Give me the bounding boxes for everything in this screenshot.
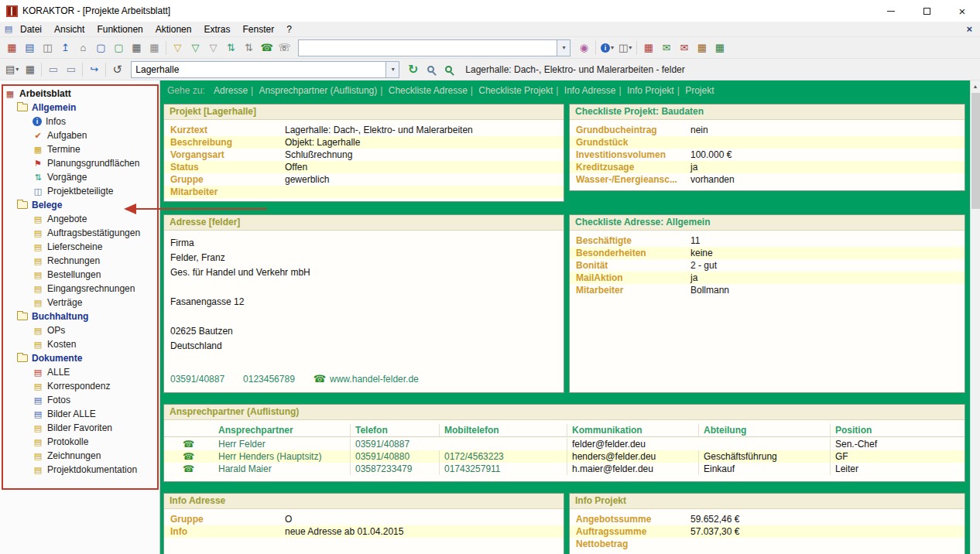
menu-aktionen[interactable]: Aktionen	[149, 22, 198, 37]
search-clear-icon[interactable]	[422, 60, 440, 79]
phone-icon[interactable]: ☎	[258, 39, 276, 57]
search-icon[interactable]	[440, 60, 457, 79]
monitor-alt-icon[interactable]: ▢	[110, 39, 128, 57]
mail-export-icon[interactable]: ✉	[657, 39, 675, 57]
comment-add-icon[interactable]: ▭	[62, 60, 80, 79]
history-icon[interactable]: ↺	[108, 60, 126, 79]
monitor-icon[interactable]: ▢	[92, 39, 110, 57]
sidebar-item-eingangsrechnungen[interactable]: ▤Eingangsrechnungen	[0, 282, 159, 296]
refresh-icon[interactable]: ↻	[404, 60, 422, 79]
goto-link-checkliste-projekt[interactable]: Checkliste Projekt	[478, 85, 553, 96]
contact-name[interactable]: Herr Henders (Hauptsitz)	[218, 450, 350, 463]
navigate-up-icon[interactable]: ↥	[57, 39, 74, 57]
menu-datei[interactable]: Datei	[14, 22, 48, 37]
menu-hilfe[interactable]: ?	[280, 22, 298, 37]
sidebar-item-kosten[interactable]: ▤Kosten	[0, 337, 159, 351]
sidebar-item-protokolle[interactable]: ▤Protokolle	[0, 435, 159, 449]
contact-mobiltelefon[interactable]: 0172/4563223	[439, 450, 567, 463]
contact-name[interactable]: Harald Maier	[218, 463, 350, 475]
dropdown-button[interactable]: ▾	[386, 61, 399, 78]
sidebar-item-bilder-favoriten[interactable]: ▤Bilder Favoriten	[0, 421, 159, 435]
contact-telefon[interactable]: 03587233479	[350, 463, 439, 475]
phone-number[interactable]: 0123456789	[243, 374, 295, 385]
goto-link-ansprechpartner[interactable]: Ansprechpartner (Auflistung)	[259, 85, 378, 96]
filter-ok-icon[interactable]: ▽	[187, 39, 204, 57]
mdi-close-button[interactable]: ×	[958, 23, 980, 35]
sidebar-item-planungsgrundflaechen[interactable]: ⚑Planungsgrundflächen	[0, 156, 159, 170]
sidebar-item-lieferscheine[interactable]: ▤Lieferscheine	[0, 240, 159, 254]
goto-link-adresse[interactable]: Adresse	[214, 85, 248, 96]
dropdown-button[interactable]: ▾	[557, 39, 571, 56]
quick-search-input[interactable]	[298, 39, 557, 56]
views-menu-button[interactable]: ◫ ▾	[616, 42, 634, 53]
sidebar-root-arbeitsblatt[interactable]: ▦Arbeitsblatt	[0, 87, 159, 101]
sidebar-section-dokumente[interactable]: Dokumente	[0, 351, 159, 365]
menu-extras[interactable]: Extras	[197, 22, 236, 37]
contact-telefon[interactable]: 03591/40887	[350, 438, 439, 450]
contact-mobiltelefon[interactable]: 01743257911	[439, 463, 567, 475]
sidebar-item-fotos[interactable]: ▤Fotos	[0, 393, 159, 407]
sidebar-section-buchhaltung[interactable]: Buchhaltung	[0, 309, 159, 323]
sidebar-item-ops[interactable]: ▤OPs	[0, 323, 159, 337]
sidebar-item-termine[interactable]: ▦Termine	[0, 142, 159, 156]
worksheet-icon[interactable]: ▦	[3, 39, 21, 57]
comment-icon[interactable]: ▭	[44, 60, 62, 79]
bookmark-icon[interactable]: ◉	[575, 39, 593, 57]
table-row[interactable]: ☎ Harald Maier 03587233479 01743257911 h…	[164, 463, 965, 475]
website-link[interactable]: www.handel-felder.de	[330, 374, 419, 385]
sidebar-section-allgemein[interactable]: Allgemein	[0, 101, 159, 115]
home-icon[interactable]: ⌂	[74, 39, 92, 57]
goto-link-projekt[interactable]: Projekt	[685, 85, 714, 96]
table-remove-icon[interactable]: ▦	[693, 39, 711, 57]
print-settings-icon[interactable]: ▦	[146, 39, 163, 57]
view-select-button[interactable]: ▤ ▾	[3, 63, 21, 75]
sidebar-item-vertraege[interactable]: ▤Verträge	[0, 296, 159, 309]
minimize-button[interactable]	[873, 0, 909, 22]
sidebar-section-belege[interactable]: Belege	[0, 198, 159, 212]
phone-number[interactable]: 03591/40887	[170, 374, 224, 385]
sidebar-item-zeichnungen[interactable]: ▤Zeichnungen	[0, 449, 159, 463]
sidebar-item-angebote[interactable]: ▤Angebote	[0, 212, 159, 226]
sidebar-item-bilder-alle[interactable]: ▤Bilder ALLE	[0, 407, 159, 421]
sort-asc-icon[interactable]: ⇅	[222, 39, 240, 57]
scrollbar-thumb[interactable]	[971, 93, 980, 209]
filter-clear-icon[interactable]: ▽	[204, 39, 222, 57]
scroll-up-button[interactable]: ▲	[971, 80, 980, 92]
sidebar-item-aufgaben[interactable]: ✔Aufgaben	[0, 128, 159, 142]
maximize-button[interactable]	[909, 0, 944, 22]
excel-export-icon[interactable]: ▦	[711, 39, 728, 57]
dial-icon[interactable]: ☎	[169, 463, 218, 475]
info-menu-button[interactable]: i ▾	[598, 43, 616, 53]
fax-icon[interactable]: ☏	[276, 39, 293, 57]
sidebar-item-vorgaenge[interactable]: ⇅Vorgänge	[0, 170, 159, 184]
table-row[interactable]: ☎ Herr Henders (Hauptsitz) 03591/40880 0…	[164, 450, 965, 463]
dial-icon[interactable]: ☎	[169, 438, 218, 450]
close-button[interactable]: ×	[944, 0, 980, 22]
goto-link-checkliste-adresse[interactable]: Checkliste Adresse	[389, 85, 468, 96]
menu-fenster[interactable]: Fenster	[236, 22, 280, 37]
print-icon[interactable]: ▦	[128, 39, 146, 57]
sidebar-item-bestellungen[interactable]: ▤Bestellungen	[0, 268, 159, 282]
project-search-input[interactable]	[131, 61, 386, 78]
table-row[interactable]: ☎ Herr Felder 03591/40887 felder@felder.…	[164, 438, 965, 450]
sidebar-item-projektdokumentation[interactable]: ▤Projektdokumentation	[0, 463, 159, 477]
vertical-scrollbar[interactable]: ▲	[970, 80, 980, 554]
sidebar-item-alle[interactable]: ▤ALLE	[0, 365, 159, 379]
goto-link-info-adresse[interactable]: Info Adresse	[564, 85, 616, 96]
menu-ansicht[interactable]: Ansicht	[48, 22, 91, 37]
export-table-icon[interactable]: ▦	[639, 39, 657, 57]
sidebar-item-auftragsbestaetigungen[interactable]: ▤Auftragsbestätigungen	[0, 226, 159, 240]
save-icon[interactable]: ▤	[21, 39, 39, 57]
mail-remove-icon[interactable]: ✉	[675, 39, 693, 57]
contact-telefon[interactable]: 03591/40880	[350, 450, 439, 463]
dial-icon[interactable]: ☎	[169, 450, 218, 463]
sidebar-item-infos[interactable]: iInfos	[0, 115, 159, 128]
sidebar-item-rechnungen[interactable]: ▤Rechnungen	[0, 254, 159, 268]
sidebar-item-korrespondenz[interactable]: ▤Korrespondenz	[0, 379, 159, 393]
filter-new-icon[interactable]: ▽	[169, 39, 187, 57]
contact-name[interactable]: Herr Felder	[218, 438, 350, 450]
sort-desc-icon[interactable]: ⇅	[240, 39, 258, 57]
print-icon[interactable]: ▦	[21, 60, 39, 79]
assign-icon[interactable]: ↪	[85, 60, 103, 79]
sidebar-item-projektbeteiligte[interactable]: ◫Projektbeteiligte	[0, 184, 159, 198]
